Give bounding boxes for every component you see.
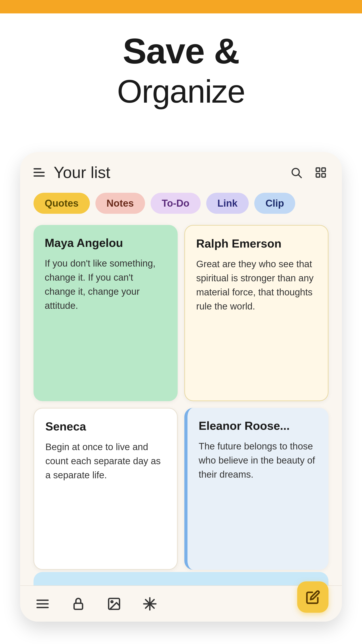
- fab-add-button[interactable]: [297, 582, 329, 613]
- phone-mockup-container: Your list: [20, 152, 342, 622]
- card-author: Ralph Emerson: [196, 237, 317, 250]
- nav-menu-button[interactable]: [33, 595, 51, 613]
- phone-mockup: Your list: [20, 152, 342, 622]
- nav-asterisk-button[interactable]: [141, 595, 159, 613]
- hero-line2: Organize: [117, 73, 245, 110]
- header-icons: [288, 164, 329, 180]
- chip-notes[interactable]: Notes: [95, 193, 145, 214]
- card-text: Begin at once to live and count each sep…: [45, 440, 166, 482]
- grid-view-button[interactable]: [313, 164, 329, 180]
- nav-gallery-button[interactable]: [105, 595, 123, 613]
- hero-line1: Save &: [123, 31, 239, 71]
- filter-chips: Quotes Notes To-Do Link Clip: [20, 188, 342, 223]
- chip-quotes[interactable]: Quotes: [33, 193, 90, 214]
- cards-grid: Maya Angelou If you don't like something…: [20, 223, 342, 572]
- card-seneca[interactable]: Seneca Begin at once to live and count e…: [33, 408, 178, 570]
- card-text: The future belongs to those who believe …: [199, 439, 317, 482]
- card-ralph-emerson[interactable]: Ralph Emerson Great are they who see tha…: [184, 225, 329, 401]
- svg-line-1: [298, 175, 301, 178]
- search-button[interactable]: [288, 164, 304, 180]
- hero-section: Save & Organize: [0, 14, 362, 110]
- nav-lock-button[interactable]: [69, 595, 87, 613]
- svg-rect-5: [322, 174, 325, 177]
- app-title: Your list: [54, 163, 288, 182]
- card-text: Great are they who see that spiritual is…: [196, 257, 317, 313]
- svg-rect-4: [316, 174, 320, 177]
- card-author: Maya Angelou: [45, 236, 166, 250]
- nav-icons: [33, 595, 329, 613]
- svg-rect-3: [322, 168, 325, 171]
- chip-link[interactable]: Link: [206, 193, 249, 214]
- svg-point-11: [111, 600, 113, 602]
- bottom-nav: [20, 586, 342, 622]
- card-maya-angelou[interactable]: Maya Angelou If you don't like something…: [33, 225, 178, 401]
- card-text: If you don't like something, change it. …: [45, 256, 166, 312]
- card-eleanor-roosevelt[interactable]: Eleanor Roose... The future belongs to t…: [184, 408, 329, 570]
- hamburger-menu-button[interactable]: [33, 166, 47, 179]
- hero-title: Save & Organize: [117, 31, 245, 110]
- card-author: Seneca: [45, 420, 166, 433]
- card-author: Eleanor Roose...: [199, 419, 317, 432]
- partial-card-hint: [33, 572, 329, 586]
- chip-todo[interactable]: To-Do: [151, 193, 201, 214]
- top-status-bar: [0, 0, 362, 14]
- svg-rect-9: [74, 603, 82, 609]
- svg-rect-2: [316, 168, 320, 171]
- chip-clip[interactable]: Clip: [254, 193, 295, 214]
- app-header: Your list: [20, 152, 342, 188]
